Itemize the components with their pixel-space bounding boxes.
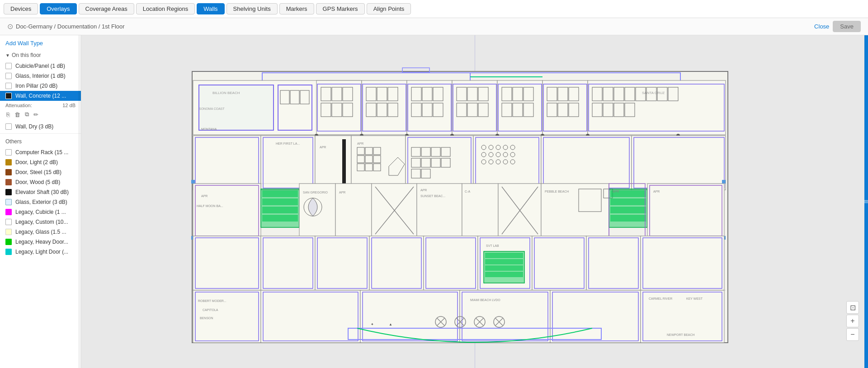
sidebar-item-legacy-light-door[interactable]: Legacy, Light Door (... bbox=[0, 247, 81, 257]
legacy-glass-swatch bbox=[5, 229, 12, 235]
door-light-swatch bbox=[5, 159, 12, 165]
sidebar-item-cubicle-panel[interactable]: Cubicle/Panel (1 dB) bbox=[0, 61, 81, 71]
sidebar-item-elevator-shaft[interactable]: Elevator Shaft (30 dB) bbox=[0, 187, 81, 197]
svg-rect-15 bbox=[316, 80, 362, 135]
map-area[interactable]: BILLION BEACH SONOMA COAST MONTANA bbox=[81, 35, 868, 368]
close-button[interactable]: Close bbox=[814, 21, 829, 32]
svg-rect-201 bbox=[485, 259, 523, 264]
door-light-label: Door, Light (2 dB) bbox=[15, 159, 58, 165]
legacy-light-door-swatch bbox=[5, 249, 12, 255]
sidebar-item-wall-concrete[interactable]: Wall, Concrete (12 ... bbox=[0, 91, 81, 101]
delete-icon[interactable]: 🗑 bbox=[14, 110, 21, 119]
attenuation-label: Attenuation: bbox=[5, 103, 32, 108]
svg-rect-174 bbox=[610, 198, 646, 205]
sidebar-item-glass-exterior[interactable]: Glass, Exterior (3 dB) bbox=[0, 197, 81, 207]
markers-tab[interactable]: Markers bbox=[279, 3, 314, 14]
on-this-floor-section: ▼ On this floor bbox=[0, 49, 81, 61]
svg-rect-186 bbox=[193, 236, 261, 290]
sidebar-item-wall-dry[interactable]: Wall, Dry (3 dB) bbox=[0, 122, 81, 132]
zoom-in-button[interactable]: + bbox=[846, 315, 859, 327]
legacy-cubicle-swatch bbox=[5, 209, 12, 215]
attenuation-row: Attenuation: 12 dB bbox=[0, 101, 81, 109]
svg-rect-194 bbox=[424, 236, 478, 290]
attenuation-value: 12 dB bbox=[62, 103, 75, 108]
svg-rect-182 bbox=[191, 180, 195, 184]
sidebar-item-door-wood[interactable]: Door, Wood (5 dB) bbox=[0, 177, 81, 187]
svg-rect-202 bbox=[485, 265, 523, 271]
devices-tab[interactable]: Devices bbox=[4, 3, 38, 14]
sidebar-item-door-light[interactable]: Door, Light (2 dB) bbox=[0, 157, 81, 167]
legacy-custom-swatch bbox=[5, 219, 12, 225]
cubicle-panel-label: Cubicle/Panel (1 dB) bbox=[15, 63, 65, 69]
coverage-areas-tab[interactable]: Coverage Areas bbox=[79, 3, 134, 14]
map-resize-handle[interactable]: ||| bbox=[864, 35, 868, 368]
map-icon: ⊙ bbox=[7, 22, 13, 31]
elevator-shaft-label: Elevator Shaft (30 dB) bbox=[15, 189, 69, 195]
zoom-controls: ⊡ + − bbox=[846, 301, 859, 341]
sidebar-divider bbox=[0, 133, 81, 134]
sidebar-item-legacy-custom[interactable]: Legacy, Custom (10... bbox=[0, 217, 81, 227]
svg-rect-148 bbox=[262, 190, 298, 197]
wall-dry-label: Wall, Dry (3 dB) bbox=[15, 123, 53, 130]
svg-text:▲: ▲ bbox=[389, 322, 392, 326]
svg-text:APR: APR bbox=[357, 142, 363, 145]
sidebar-resize-handle[interactable] bbox=[78, 35, 81, 368]
walls-tab[interactable]: Walls bbox=[197, 3, 224, 14]
glass-interior-swatch bbox=[5, 73, 12, 79]
svg-rect-33 bbox=[407, 80, 452, 135]
svg-rect-108 bbox=[406, 136, 473, 190]
main-toolbar: Devices Overlays Coverage Areas Location… bbox=[0, 0, 868, 18]
sidebar-item-iron-pillar[interactable]: Iron Pillar (20 dB) bbox=[0, 81, 81, 91]
svg-rect-200 bbox=[485, 253, 523, 258]
svg-rect-137 bbox=[541, 136, 632, 190]
copy-icon[interactable]: ⎘ bbox=[5, 110, 11, 119]
door-wood-swatch bbox=[5, 179, 12, 185]
edit-icon[interactable]: ✏ bbox=[33, 110, 39, 119]
add-wall-type-header[interactable]: Add Wall Type bbox=[0, 35, 81, 49]
action-icons-row: ⎘ 🗑 ⧉ ✏ bbox=[0, 109, 81, 122]
svg-text:BILLION BEACH: BILLION BEACH bbox=[212, 91, 240, 95]
svg-text:APR: APR bbox=[201, 194, 208, 198]
duplicate-icon[interactable]: ⧉ bbox=[24, 110, 30, 119]
align-points-tab[interactable]: Align Points bbox=[367, 3, 411, 14]
main-layout: Add Wall Type ▼ On this floor Cubicle/Pa… bbox=[0, 35, 868, 368]
overlays-tab[interactable]: Overlays bbox=[40, 3, 76, 14]
legacy-custom-label: Legacy, Custom (10... bbox=[15, 219, 68, 225]
save-button[interactable]: Save bbox=[833, 21, 861, 32]
sidebar-item-legacy-cubicle[interactable]: Legacy, Cubicle (1 ... bbox=[0, 207, 81, 217]
svg-text:APR: APR bbox=[613, 190, 619, 193]
resize-handle-icon: ||| bbox=[864, 200, 868, 203]
location-regions-tab[interactable]: Location Regions bbox=[136, 3, 195, 14]
svg-rect-208 bbox=[641, 236, 724, 290]
cubicle-panel-swatch bbox=[5, 63, 12, 69]
svg-rect-192 bbox=[369, 236, 424, 290]
sidebar-item-door-steel[interactable]: Door, Steel (15 dB) bbox=[0, 167, 81, 177]
svg-rect-217 bbox=[360, 290, 460, 343]
svg-rect-203 bbox=[485, 272, 523, 277]
computer-rack-swatch bbox=[5, 149, 12, 156]
zoom-out-button[interactable]: − bbox=[846, 328, 859, 341]
sidebar-item-computer-rack[interactable]: Computer Rack (15 ... bbox=[0, 147, 81, 157]
shelving-units-tab[interactable]: Shelving Units bbox=[226, 3, 278, 14]
legacy-heavy-door-label: Legacy, Heavy Door... bbox=[15, 239, 68, 245]
sidebar-item-legacy-heavy-door[interactable]: Legacy, Heavy Door... bbox=[0, 237, 81, 247]
gps-markers-tab[interactable]: GPS Markers bbox=[316, 3, 365, 14]
svg-rect-95 bbox=[342, 139, 346, 184]
breadcrumb-bar: ⊙ Doc-Germany / Documentation / 1st Floo… bbox=[0, 18, 868, 35]
svg-rect-150 bbox=[262, 207, 298, 213]
svg-text:APR: APR bbox=[320, 146, 326, 149]
sidebar-item-glass-interior[interactable]: Glass, Interior (1 dB) bbox=[0, 71, 81, 81]
svg-rect-88 bbox=[193, 136, 261, 190]
wall-concrete-label: Wall, Concrete (12 ... bbox=[15, 93, 66, 99]
svg-rect-149 bbox=[262, 198, 298, 205]
svg-text:PEBBLE BEACH: PEBBLE BEACH bbox=[545, 190, 569, 193]
svg-text:HER FIRST LA...: HER FIRST LA... bbox=[276, 142, 300, 145]
sidebar-item-legacy-glass[interactable]: Legacy, Glass (1.5 ... bbox=[0, 227, 81, 237]
elevator-shaft-swatch bbox=[5, 189, 12, 195]
zoom-fit-button[interactable]: ⊡ bbox=[846, 301, 859, 314]
svg-text:✦: ✦ bbox=[371, 322, 374, 326]
svg-text:CARMEL RIVER: CARMEL RIVER bbox=[649, 297, 672, 300]
svg-text:SUNSET BEAC...: SUNSET BEAC... bbox=[420, 194, 445, 198]
svg-text:APR: APR bbox=[420, 189, 427, 192]
floor-plan-svg: BILLION BEACH SONOMA COAST MONTANA bbox=[81, 35, 868, 368]
